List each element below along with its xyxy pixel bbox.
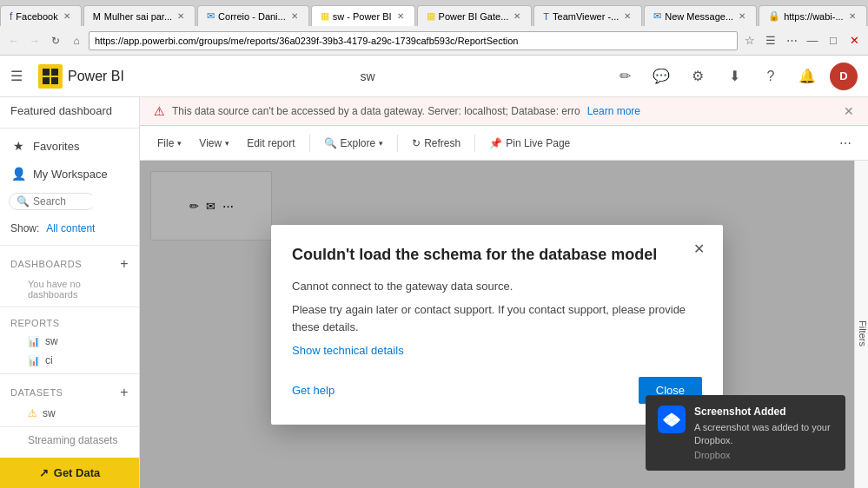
help-icon[interactable]: ? bbox=[757, 63, 785, 90]
settings-icon[interactable]: ⚙ bbox=[684, 63, 712, 90]
sidebar-item-favorites[interactable]: ★ Favorites bbox=[0, 132, 139, 160]
reports-label: Reports bbox=[10, 318, 59, 328]
search-input[interactable] bbox=[33, 195, 103, 208]
add-dashboard-button[interactable]: + bbox=[120, 256, 129, 272]
tab-newmessage[interactable]: ✉ New Message... ✕ bbox=[644, 5, 757, 26]
tab-wabi[interactable]: 🔒 https://wabi-... ✕ bbox=[759, 5, 866, 26]
search-icon: 🔍 bbox=[17, 195, 30, 208]
tab-close[interactable]: ✕ bbox=[395, 10, 406, 23]
back-button[interactable]: ← bbox=[5, 32, 23, 49]
modal-close-button[interactable]: ✕ bbox=[688, 239, 709, 260]
address-bar[interactable] bbox=[89, 31, 738, 50]
browser-nav: ← → ↻ ⌂ ☆ ☰ ⋯ — □ ✕ bbox=[0, 26, 868, 56]
settings-browser-icon[interactable]: ⋯ bbox=[783, 32, 800, 49]
svg-rect-1 bbox=[51, 69, 58, 76]
chat-icon[interactable]: 💬 bbox=[647, 63, 675, 90]
tab-mulher[interactable]: M Mulher sai par... ✕ bbox=[83, 5, 195, 26]
logo-icon bbox=[38, 64, 63, 89]
logo-text: Power BI bbox=[68, 69, 124, 84]
datasets-section-header: Datasets + bbox=[0, 378, 139, 404]
hamburger-menu[interactable]: ☰ bbox=[10, 68, 31, 84]
get-data-label: Get Data bbox=[54, 466, 100, 479]
report-name: ci bbox=[45, 354, 53, 366]
download-icon[interactable]: ⬇ bbox=[720, 63, 748, 90]
report-name: sw bbox=[45, 335, 58, 347]
tab-close[interactable]: ✕ bbox=[622, 10, 633, 23]
close-browser-icon[interactable]: ✕ bbox=[845, 32, 863, 49]
dropbox-content: Screenshot Added A screenshot was added … bbox=[694, 406, 833, 460]
refresh-icon: ↻ bbox=[412, 137, 421, 149]
more-options-icon[interactable]: ⋯ bbox=[833, 131, 858, 155]
refresh-button[interactable]: ↻ Refresh bbox=[405, 134, 467, 153]
pin-icon: 📌 bbox=[489, 137, 502, 149]
tab-close[interactable]: ✕ bbox=[737, 10, 747, 23]
get-data-button[interactable]: ↗ Get Data bbox=[0, 458, 139, 488]
refresh-button[interactable]: ↻ bbox=[47, 32, 64, 49]
tab-title: https://wabi-... bbox=[784, 11, 843, 22]
bookmark-icon[interactable]: ☆ bbox=[741, 32, 759, 49]
reader-icon[interactable]: ☰ bbox=[762, 32, 779, 49]
tab-favicon: M bbox=[93, 11, 101, 22]
show-value[interactable]: All content bbox=[46, 222, 95, 234]
modal-body-p2: Please try again later or contact suppor… bbox=[292, 301, 702, 335]
tab-close[interactable]: ✕ bbox=[512, 10, 522, 23]
svg-rect-3 bbox=[51, 77, 58, 84]
favorites-label: Favorites bbox=[33, 140, 79, 153]
view-chevron-icon: ▾ bbox=[225, 139, 229, 148]
tab-teamviewer[interactable]: T TeamViewer -... ✕ bbox=[533, 5, 642, 26]
alert-warning-icon: ⚠ bbox=[154, 104, 165, 118]
topbar-actions: ✏ 💬 ⚙ ⬇ ? 🔔 D bbox=[611, 63, 858, 90]
modal: Couldn't load the schema for the databas… bbox=[271, 225, 723, 425]
refresh-label: Refresh bbox=[424, 137, 461, 149]
tab-title: TeamViewer -... bbox=[553, 11, 619, 22]
tab-correio[interactable]: ✉ Correio - Dani... ✕ bbox=[197, 5, 309, 26]
get-help-link[interactable]: Get help bbox=[292, 384, 335, 397]
dropbox-notification: Screenshot Added A screenshot was added … bbox=[646, 395, 845, 471]
edit-report-button[interactable]: Edit report bbox=[240, 134, 301, 153]
sidebar: Featured dashboard ★ Favorites 👤 My Work… bbox=[0, 97, 140, 488]
tab-powerbi-gateway[interactable]: ▦ Power BI Gate... ✕ bbox=[417, 5, 533, 26]
topbar: ☰ Power BI sw ✏ 💬 ⚙ ⬇ ? 🔔 D bbox=[0, 56, 868, 97]
file-menu-button[interactable]: File ▾ bbox=[150, 134, 189, 153]
get-data-icon: ↗ bbox=[39, 466, 49, 479]
show-technical-details-link[interactable]: Show technical details bbox=[292, 344, 404, 357]
tab-favicon: ✉ bbox=[653, 10, 661, 22]
file-label: File bbox=[157, 137, 174, 149]
report-icon: 📊 bbox=[28, 355, 40, 366]
view-menu-button[interactable]: View ▾ bbox=[192, 134, 236, 153]
svg-rect-0 bbox=[43, 69, 50, 76]
file-chevron-icon: ▾ bbox=[177, 139, 182, 148]
sidebar-item-workspace[interactable]: 👤 My Workspace bbox=[0, 160, 139, 188]
tab-powerbi-active[interactable]: ▦ sw - Power BI ✕ bbox=[311, 5, 415, 26]
report-item-ci[interactable]: 📊 ci bbox=[0, 351, 139, 370]
tab-close[interactable]: ✕ bbox=[289, 10, 300, 23]
pin-live-page-label: Pin Live Page bbox=[506, 137, 570, 149]
home-button[interactable]: ⌂ bbox=[68, 32, 85, 49]
tab-title: New Message... bbox=[665, 11, 733, 22]
main-content: Featured dashboard ★ Favorites 👤 My Work… bbox=[0, 97, 868, 488]
tab-close[interactable]: ✕ bbox=[176, 10, 186, 23]
forward-button[interactable]: → bbox=[26, 32, 43, 49]
tab-favicon: f bbox=[10, 10, 12, 23]
alert-learn-more-link[interactable]: Learn more bbox=[587, 105, 640, 117]
sidebar-search[interactable]: 🔍 bbox=[9, 193, 96, 210]
svg-rect-2 bbox=[43, 77, 50, 84]
tab-close[interactable]: ✕ bbox=[847, 10, 858, 23]
pin-live-page-button[interactable]: 📌 Pin Live Page bbox=[482, 134, 577, 153]
edit-icon[interactable]: ✏ bbox=[611, 63, 639, 90]
filters-sidebar[interactable]: Filters bbox=[854, 161, 868, 488]
explore-menu-button[interactable]: 🔍 Explore ▾ bbox=[317, 134, 391, 153]
alert-close-button[interactable]: ✕ bbox=[844, 104, 854, 118]
streaming-datasets-label[interactable]: Streaming datasets bbox=[0, 431, 139, 450]
report-item-sw[interactable]: 📊 sw bbox=[0, 332, 139, 351]
add-dataset-button[interactable]: + bbox=[120, 385, 129, 400]
minimize-icon[interactable]: — bbox=[804, 32, 821, 49]
tab-close[interactable]: ✕ bbox=[62, 10, 72, 23]
maximize-icon[interactable]: □ bbox=[825, 32, 842, 49]
sidebar-featured[interactable]: Featured dashboard bbox=[0, 97, 139, 124]
dataset-item-sw[interactable]: ⚠ sw bbox=[0, 404, 139, 423]
notifications-icon[interactable]: 🔔 bbox=[793, 63, 821, 90]
user-avatar[interactable]: D bbox=[830, 63, 858, 90]
tab-facebook[interactable]: f Facebook ✕ bbox=[0, 5, 82, 26]
tab-favicon: T bbox=[543, 11, 549, 22]
